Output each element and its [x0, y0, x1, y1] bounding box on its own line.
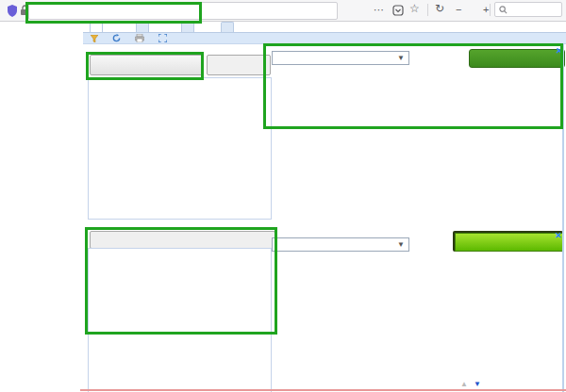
- account-name-button[interactable]: [90, 55, 203, 75]
- full-screen-button[interactable]: [158, 34, 170, 42]
- reload-icon[interactable]: ↻: [435, 2, 444, 16]
- symbol-pie-chart: [301, 260, 441, 392]
- cumulative-trade-win-chart: [292, 79, 562, 220]
- fullscreen-icon: [158, 34, 167, 42]
- pocket-icon[interactable]: [392, 5, 404, 16]
- start-ad-frame: [453, 231, 563, 252]
- chevron-down-icon: ▼: [397, 54, 405, 62]
- legend-pagination[interactable]: ▲ ▼: [460, 380, 481, 388]
- stats-table: [88, 248, 272, 392]
- page-right-border: [562, 43, 564, 392]
- symbol-select[interactable]: ▼: [272, 237, 409, 252]
- refresh-icon: [112, 34, 121, 42]
- ad-close-icon-2[interactable]: ✕: [555, 232, 562, 240]
- refresh-button[interactable]: [112, 34, 124, 42]
- zoom-in-icon[interactable]: +: [483, 3, 489, 17]
- toolbar-divider-2: [490, 4, 491, 16]
- bottom-edge-line: [80, 389, 566, 391]
- start-button[interactable]: [455, 233, 563, 252]
- page-down-icon[interactable]: ▼: [474, 380, 481, 388]
- download-trading-platform-button[interactable]: [469, 49, 565, 68]
- toolbar-divider: [427, 4, 428, 16]
- url-bar[interactable]: [28, 2, 338, 20]
- screenshot-root: ⋯ ☆ ↻ − + ▼ ✕: [0, 0, 566, 392]
- printable-statement-button[interactable]: [135, 34, 147, 42]
- more-menu-icon[interactable]: ⋯: [374, 3, 384, 17]
- printer-icon: [135, 34, 144, 42]
- funnel-icon: [91, 35, 98, 42]
- page-up-icon[interactable]: ▲: [460, 380, 468, 388]
- trade-win-select[interactable]: ▼: [272, 51, 409, 65]
- zoom-out-icon[interactable]: −: [456, 3, 461, 17]
- shield-icon[interactable]: [7, 5, 18, 17]
- search-input[interactable]: [494, 2, 562, 17]
- account-table: [88, 77, 272, 220]
- chevron-down-icon: ▼: [397, 240, 405, 249]
- search-icon: [499, 6, 508, 14]
- account-currency: [207, 55, 271, 75]
- filter-button[interactable]: [91, 35, 101, 42]
- stats-header: [90, 231, 275, 249]
- bookmark-star-icon[interactable]: ☆: [409, 2, 420, 16]
- page-toolbar: [83, 32, 566, 44]
